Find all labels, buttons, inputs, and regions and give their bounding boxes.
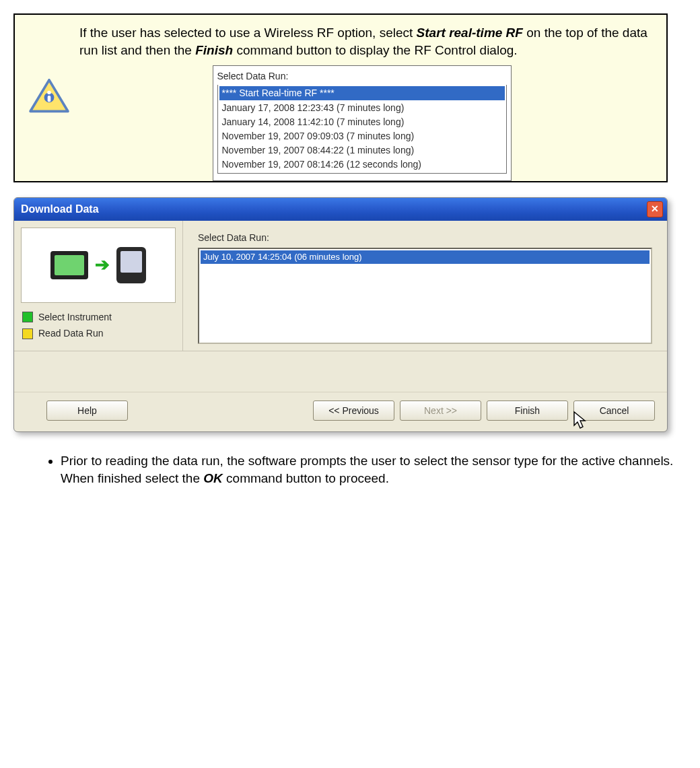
data-run-listbox[interactable]: July 10, 2007 14:25:04 (06 minutes long) [198, 248, 652, 344]
finish-button[interactable]: Finish [487, 400, 568, 421]
mini-list-selected[interactable]: **** Start Real-time RF **** [219, 86, 505, 100]
tip-box: If the user has selected to use a Wirele… [13, 13, 668, 182]
arrow-right-icon: ➔ [95, 253, 110, 277]
previous-button[interactable]: << Previous [313, 400, 394, 421]
mini-list-row[interactable]: November 19, 2007 08:14:26 (12 seconds l… [219, 158, 505, 172]
tip-text: If the user has selected to use a Wirele… [79, 24, 654, 59]
mini-list-row[interactable]: November 19, 2007 09:09:03 (7 minutes lo… [219, 129, 505, 143]
dialog-button-row: Help << Previous Next >> Finish Cancel [14, 392, 667, 431]
device-illustration: ➔ [21, 228, 176, 303]
close-button[interactable]: ✕ [647, 201, 663, 217]
mini-list-row[interactable]: November 19, 2007 08:44:22 (1 minutes lo… [219, 143, 505, 158]
svg-rect-3 [48, 96, 51, 102]
download-data-dialog: Download Data ✕ ➔ Select Instrument [13, 197, 668, 433]
step-status-icon [22, 312, 33, 322]
instruction-item: Prior to reading the data run, the softw… [61, 452, 689, 487]
svg-marker-4 [574, 412, 585, 428]
instruction-b1: OK [203, 471, 223, 485]
step-label: Read Data Run [38, 327, 104, 340]
mini-list-label: Select Data Run: [217, 70, 507, 83]
mini-list-image: Select Data Run: **** Start Real-time RF… [69, 65, 654, 180]
tip-text-b1: Start real-time RF [417, 26, 523, 40]
step-status-icon [22, 328, 33, 339]
close-icon: ✕ [651, 203, 659, 215]
next-button: Next >> [400, 400, 481, 421]
wizard-step-read-data-run[interactable]: Read Data Run [22, 327, 174, 340]
step-label: Select Instrument [38, 311, 112, 324]
mini-list-row[interactable]: January 14, 2008 11:42:10 (7 minutes lon… [219, 115, 505, 129]
help-button[interactable]: Help [46, 400, 128, 421]
mini-list-row[interactable]: January 17, 2008 12:23:43 (7 minutes lon… [219, 101, 505, 115]
dialog-titlebar[interactable]: Download Data ✕ [14, 198, 667, 221]
svg-point-2 [47, 91, 51, 95]
select-data-run-label: Select Data Run: [198, 232, 652, 244]
tip-text-p1: If the user has selected to use a Wirele… [79, 26, 417, 40]
instruction-bullet: Prior to reading the data run, the softw… [13, 452, 689, 487]
dialog-sidebar: ➔ Select Instrument Read Data Run [14, 221, 183, 351]
data-run-item[interactable]: July 10, 2007 14:25:04 (06 minutes long) [201, 250, 650, 264]
dialog-title: Download Data [21, 202, 99, 217]
info-icon [29, 79, 69, 118]
tip-text-p3: command button to display the RF Control… [233, 43, 517, 57]
tip-text-b2: Finish [195, 43, 233, 57]
wizard-step-select-instrument[interactable]: Select Instrument [22, 311, 174, 324]
cursor-icon [573, 411, 588, 433]
instruction-p2: command button to proceed. [223, 471, 389, 485]
